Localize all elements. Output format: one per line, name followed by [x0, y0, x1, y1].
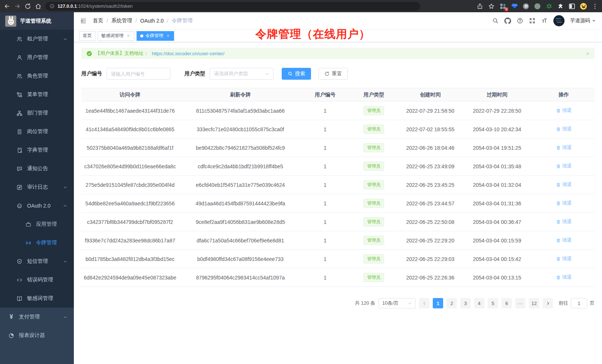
tab-token[interactable]: 令牌管理 × — [137, 31, 174, 41]
shield-check-icon — [16, 258, 23, 265]
chevron-right-icon — [546, 301, 550, 305]
page-button-5[interactable]: 5 — [488, 298, 498, 308]
force-logout-button[interactable]: 强退 — [556, 274, 572, 281]
force-logout-button[interactable]: 强退 — [556, 200, 572, 206]
close-icon[interactable]: × — [126, 33, 131, 38]
user-type-tag: 管理员 — [363, 106, 384, 115]
user-type-tag: 管理员 — [363, 125, 384, 134]
breadcrumb-system[interactable]: 系统管理 — [111, 17, 132, 24]
force-logout-button[interactable]: 强退 — [556, 107, 572, 114]
table-row: c342377bf8b344799dcbf7bf095287f29ce8ef2a… — [81, 213, 595, 231]
page-info-icon[interactable] — [50, 4, 55, 9]
sidebar-item-tenant[interactable]: 租户管理 — [0, 30, 74, 48]
sidebar-item-dict[interactable]: 字典管理 — [0, 141, 74, 159]
user-id-input[interactable] — [107, 68, 170, 80]
force-logout-button[interactable]: 强退 — [556, 163, 572, 169]
tab-sensitive-word[interactable]: 敏感词管理 × — [98, 31, 134, 41]
github-icon[interactable] — [504, 17, 511, 24]
users-icon — [16, 73, 23, 79]
user-type-select[interactable]: 请选择用户类型 — [210, 68, 274, 80]
col-expires: 过期时间 — [461, 88, 533, 102]
extension-tabs-icon[interactable]: 9 — [500, 3, 506, 10]
page-size-select[interactable]: 10条/页 — [379, 298, 416, 308]
more-pages-icon[interactable]: ··· — [515, 298, 526, 308]
next-page-button[interactable] — [543, 298, 553, 308]
delete-icon — [556, 145, 561, 150]
goto-page-input[interactable] — [571, 298, 587, 308]
force-logout-button[interactable]: 强退 — [556, 126, 572, 132]
tab-home[interactable]: 首页 — [79, 31, 95, 41]
delete-icon — [556, 182, 561, 187]
profile-avatar-icon[interactable] — [580, 3, 587, 10]
sidebar-item-oauth2-token[interactable]: 令牌管理 — [0, 234, 74, 252]
force-logout-button[interactable]: 强退 — [556, 144, 572, 151]
sidebar-item-post[interactable]: 岗位管理 — [0, 122, 74, 141]
sidebar-item-sms[interactable]: 短信管理 — [0, 252, 74, 271]
page-button-4[interactable]: 4 — [474, 298, 484, 308]
sidebar-toggle-icon[interactable] — [80, 17, 87, 24]
help-icon[interactable] — [517, 17, 523, 24]
home-icon[interactable] — [35, 3, 42, 10]
open-book-icon — [16, 295, 23, 302]
sidebar-item-audit-log[interactable]: 审计日志 — [0, 178, 74, 196]
sidebar-item-dept[interactable]: 部门管理 — [0, 104, 74, 122]
chevron-down-icon — [63, 259, 67, 264]
sidebar-item-oauth2[interactable]: OAuth 2.0 — [0, 196, 74, 215]
font-size-icon[interactable] — [541, 17, 548, 24]
sidebar-item-sensitive-word[interactable]: 敏感词管理 — [0, 289, 74, 308]
sidebar-item-menu[interactable]: 菜单管理 — [0, 85, 74, 104]
alert-close-icon[interactable]: × — [586, 50, 589, 57]
breadcrumb-oauth2[interactable]: OAuth 2.0 — [140, 18, 164, 24]
extension-gem-icon[interactable] — [511, 3, 518, 10]
extensions-puzzle-icon[interactable] — [557, 3, 564, 10]
reload-icon[interactable] — [24, 3, 31, 10]
user-icon — [16, 54, 23, 61]
token-table: 访问令牌 刷新令牌 用户编号 用户类型 创建时间 过期时间 操作 1ea5e44… — [81, 88, 595, 287]
extension-command-icon[interactable] — [523, 3, 529, 10]
table-row: 6d842e2924594de9a09e45e087323abe8796295f… — [81, 268, 595, 287]
sidebar-item-report-designer[interactable]: 报表设计器 — [0, 326, 74, 345]
extension-record-icon[interactable] — [534, 3, 541, 10]
sidebar-item-role[interactable]: 角色管理 — [0, 67, 74, 85]
sidebar-item-notice[interactable]: 通知公告 — [0, 159, 74, 178]
split-view-icon[interactable] — [569, 3, 575, 10]
sidebar-item-user[interactable]: 用户管理 — [0, 48, 74, 67]
doc-link[interactable]: https://doc.iocoder.cn/user-center/ — [152, 51, 225, 56]
refresh-icon — [324, 71, 330, 76]
user-type-tag: 管理员 — [363, 199, 384, 208]
back-icon[interactable] — [4, 3, 10, 10]
page-button-1[interactable]: 1 — [433, 298, 443, 308]
page-button-3[interactable]: 3 — [460, 298, 471, 308]
reset-button[interactable]: 重置 — [318, 68, 348, 80]
success-check-icon — [86, 51, 92, 56]
user-menu[interactable]: 芋道源码 — [570, 17, 595, 24]
sidebar-item-error-code[interactable]: 错误码管理 — [0, 271, 74, 289]
force-logout-button[interactable]: 强退 — [556, 237, 572, 244]
user-avatar[interactable] — [553, 15, 565, 26]
search-icon[interactable] — [492, 17, 499, 24]
share-icon[interactable] — [477, 3, 483, 10]
sidebar-item-payment[interactable]: ¥ 支付管理 — [0, 308, 74, 326]
force-logout-button[interactable]: 强退 — [556, 181, 572, 188]
page-button-6[interactable]: 6 — [501, 298, 512, 308]
bookmark-star-icon[interactable] — [488, 3, 495, 10]
browser-menu-icon[interactable] — [592, 3, 598, 10]
extension-green-star-icon[interactable] — [546, 3, 552, 10]
app-title: 芋道管理系统 — [20, 18, 51, 24]
forward-icon[interactable] — [14, 3, 21, 10]
search-button[interactable]: 搜索 — [282, 68, 311, 80]
page-button-2[interactable]: 2 — [446, 298, 457, 308]
logo-image — [5, 16, 16, 27]
prev-page-button[interactable] — [419, 298, 429, 308]
page-button-12[interactable]: 12 — [529, 298, 539, 308]
active-dot-icon — [140, 34, 143, 37]
address-bar[interactable]: 127.0.0.1:1024/system/oauth2/token — [45, 2, 420, 11]
fullscreen-icon[interactable] — [529, 17, 536, 24]
table-row: f9336e7c7dd242a283ee98dc86b17a87dfa6c71a… — [81, 231, 595, 250]
close-icon[interactable]: × — [166, 33, 170, 38]
breadcrumb-home[interactable]: 首页 — [93, 17, 103, 24]
app-logo[interactable]: 芋道管理系统 — [0, 12, 74, 30]
force-logout-button[interactable]: 强退 — [556, 218, 572, 225]
sidebar-item-oauth2-app[interactable]: 应用管理 — [0, 215, 74, 234]
force-logout-button[interactable]: 强退 — [556, 255, 572, 262]
